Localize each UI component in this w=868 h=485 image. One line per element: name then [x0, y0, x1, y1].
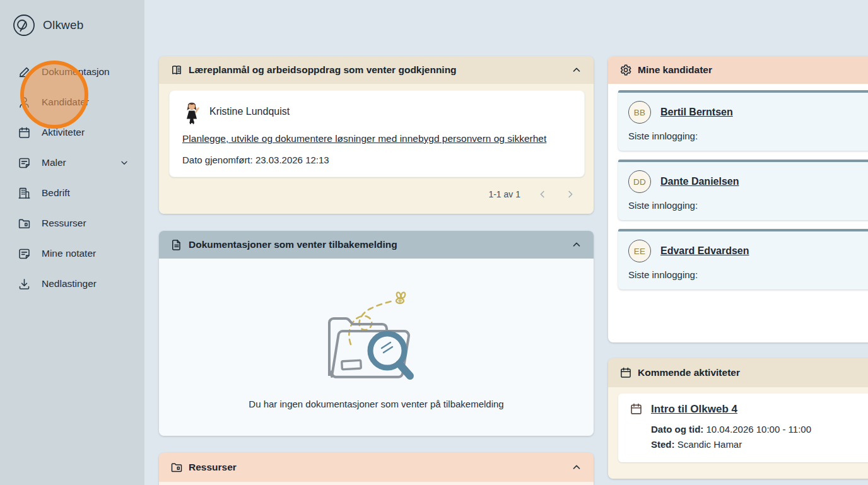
sidebar-item-label: Nedlastinger — [42, 278, 97, 289]
event-details: Dato og tid: 10.04.2026 10:00 - 11:00 St… — [630, 422, 868, 452]
chevron-up-icon[interactable] — [571, 462, 582, 473]
avatar-initials: BB — [628, 101, 651, 124]
candidates-list: BB Bertil Berntsen Siste innlogging: DD … — [608, 84, 868, 289]
candidate-name: Kristine Lundquist — [209, 106, 290, 117]
event-datetime-label: Dato og tid: — [651, 424, 703, 435]
sidebar-item-mine-notater[interactable]: Mine notater — [0, 238, 144, 269]
sidebar-nav: Dokumentasjon Kandidater Aktiviteter Mal… — [0, 57, 144, 299]
calendar-icon — [18, 126, 31, 139]
main-column: Læreplanmål og arbeidsoppdrag som venter… — [159, 56, 594, 485]
approvals-card-title: Læreplanmål og arbeidsoppdrag som venter… — [189, 64, 457, 76]
sidebar-item-label: Dokumentasjon — [42, 66, 110, 78]
approvals-card-header: Læreplanmål og arbeidsoppdrag som venter… — [159, 56, 594, 84]
template-icon — [18, 156, 31, 170]
chevron-left-icon[interactable] — [537, 189, 548, 200]
pagination-count: 1-1 av 1 — [488, 189, 520, 199]
sidebar-item-label: Mine notater — [42, 248, 96, 259]
sidebar-item-label: Aktiviteter — [42, 127, 85, 138]
event-title-link[interactable]: Intro til Olkweb 4 — [651, 403, 737, 416]
folder-icon — [18, 217, 31, 230]
book-icon — [170, 64, 183, 76]
candidate-name-link[interactable]: Dante Danielsen — [660, 176, 739, 187]
approval-entry: Kristine Lundquist Planlegge, utvikle og… — [169, 90, 585, 177]
activities-card-body: Intro til Olkweb 4 Dato og tid: 10.04.20… — [608, 387, 868, 479]
sidebar: Olkweb Dokumentasjon Kandidater Aktivite… — [0, 0, 144, 485]
feedback-card-title: Dokumentasjoner som venter tilbakemeldin… — [189, 239, 397, 250]
event-datetime: Dato og tid: 10.04.2026 10:00 - 11:00 — [651, 422, 868, 437]
avatar — [182, 100, 201, 123]
pencil-icon — [18, 66, 31, 79]
event-location-label: Sted: — [651, 439, 675, 450]
candidate-item: BB Bertil Berntsen Siste innlogging: — [618, 90, 868, 151]
activities-card-header: Kommende aktiviteter — [608, 358, 868, 387]
calendar-icon — [630, 402, 643, 416]
avatar-initials: DD — [628, 170, 651, 193]
gear-icon — [619, 64, 632, 76]
building-icon — [18, 187, 31, 200]
candidates-card-title: Mine kandidater — [638, 64, 712, 76]
avatar-initials: EE — [628, 240, 651, 262]
feedback-card-body: Du har ingen dokumentasjoner som venter … — [159, 259, 594, 436]
chevron-down-icon[interactable] — [119, 158, 129, 168]
document-icon — [170, 238, 183, 251]
sidebar-item-label: Kandidater — [42, 96, 89, 108]
activities-card: Kommende aktiviteter Intro til Olkweb 4 … — [608, 358, 868, 479]
approvals-card: Læreplanmål og arbeidsoppdrag som venter… — [159, 56, 594, 214]
learning-goal-link[interactable]: Planlegge, utvikle og dokumentere løsnin… — [182, 131, 561, 146]
sidebar-item-dokumentasjon[interactable]: Dokumentasjon — [0, 57, 144, 87]
note-icon — [18, 247, 31, 260]
folder-icon — [170, 461, 183, 474]
sidebar-item-aktiviteter[interactable]: Aktiviteter — [0, 117, 144, 148]
resources-card-body — [159, 482, 594, 485]
right-column: Mine kandidater BB Bertil Berntsen Siste… — [608, 56, 868, 479]
sidebar-item-bedrift[interactable]: Bedrift — [0, 178, 144, 208]
candidate-name-link[interactable]: Edvard Edvardsen — [660, 245, 749, 257]
sidebar-item-label: Bedrift — [42, 187, 70, 199]
approvals-card-body: Kristine Lundquist Planlegge, utvikle og… — [159, 84, 594, 214]
last-login-label: Siste innlogging: — [628, 269, 868, 280]
resources-card-title: Ressurser — [189, 462, 237, 473]
activities-card-title: Kommende aktiviteter — [638, 367, 740, 378]
empty-state-text: Du har ingen dokumentasjoner som venter … — [249, 399, 503, 409]
feedback-card: Dokumentasjoner som venter tilbakemeldin… — [159, 231, 594, 436]
candidate-item: DD Dante Danielsen Siste innlogging: — [618, 160, 868, 220]
sidebar-item-label: Ressurser — [42, 218, 86, 229]
event-datetime-value: 10.04.2026 10:00 - 11:00 — [707, 424, 812, 435]
candidates-card: Mine kandidater BB Bertil Berntsen Siste… — [608, 56, 868, 342]
event-location: Sted: Scandic Hamar — [651, 437, 868, 452]
sidebar-item-kandidater[interactable]: Kandidater — [0, 87, 144, 117]
brand: Olkweb — [0, 0, 144, 38]
sidebar-item-nedlastinger[interactable]: Nedlastinger — [0, 269, 144, 299]
sidebar-item-maler[interactable]: Maler — [0, 148, 144, 178]
completed-date-label: Dato gjenomført: — [182, 155, 253, 165]
sidebar-item-label: Maler — [42, 157, 66, 168]
candidates-card-header: Mine kandidater — [608, 56, 868, 84]
event-item: Intro til Olkweb 4 Dato og tid: 10.04.20… — [618, 394, 868, 462]
download-icon — [18, 278, 31, 291]
olkweb-logo-icon — [11, 13, 37, 38]
event-location-value: Scandic Hamar — [677, 439, 742, 450]
completed-date-value: 23.03.2026 12:13 — [255, 155, 329, 165]
feedback-card-header: Dokumentasjoner som venter tilbakemeldin… — [159, 231, 594, 259]
empty-folder-illustration — [310, 281, 443, 390]
chevron-right-icon[interactable] — [565, 189, 576, 200]
candidate-name-link[interactable]: Bertil Berntsen — [660, 107, 733, 118]
completed-date: Dato gjenomført: 23.03.2026 12:13 — [182, 155, 572, 165]
calendar-icon — [619, 366, 632, 379]
pagination: 1-1 av 1 — [169, 185, 585, 204]
resources-card-header: Ressurser — [159, 453, 594, 482]
resources-card: Ressurser — [159, 453, 594, 485]
chevron-up-icon[interactable] — [571, 239, 582, 250]
sidebar-item-ressurser[interactable]: Ressurser — [0, 208, 144, 238]
last-login-label: Siste innlogging: — [628, 131, 868, 141]
chevron-up-icon[interactable] — [571, 64, 582, 76]
person-icon — [18, 96, 31, 109]
brand-name: Olkweb — [43, 18, 84, 32]
last-login-label: Siste innlogging: — [628, 200, 868, 211]
candidate-item: EE Edvard Edvardsen Siste innlogging: — [618, 229, 868, 289]
